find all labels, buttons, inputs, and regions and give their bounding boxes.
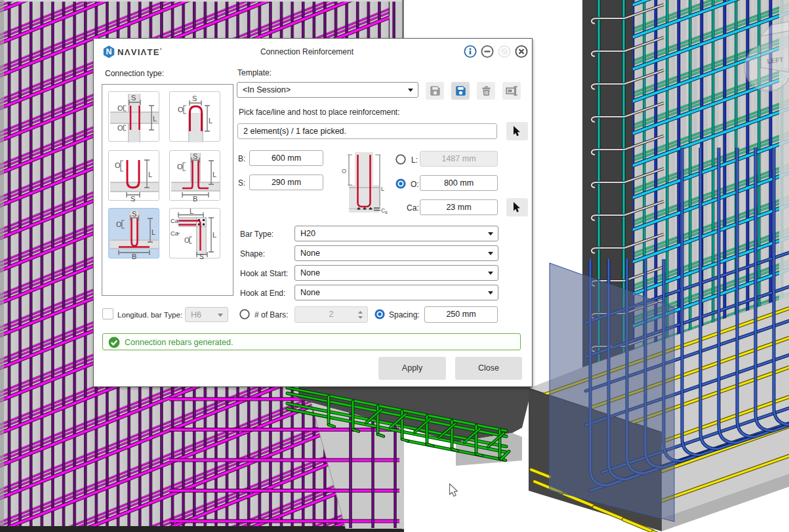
svg-text:S: S (199, 253, 204, 259)
svg-text:a: a (385, 210, 388, 215)
svg-text:L: L (209, 117, 212, 125)
svg-text:L: L (153, 115, 157, 123)
svg-text:L: L (381, 186, 384, 192)
svg-text:S: S (132, 210, 136, 218)
svg-text:O: O (117, 104, 123, 112)
svg-text:S: S (131, 94, 136, 102)
svg-text:L: L (152, 228, 155, 236)
svg-text:O: O (115, 161, 121, 169)
svg-text:L: L (212, 171, 216, 178)
svg-text:O: O (117, 124, 123, 132)
svg-text:B: B (132, 253, 136, 259)
svg-text:O: O (177, 163, 183, 171)
svg-text:O: O (178, 106, 184, 113)
svg-text:S: S (193, 152, 197, 160)
svg-text:B: B (193, 195, 197, 201)
svg-text:L: L (148, 171, 152, 178)
svg-text:S: S (131, 195, 135, 201)
svg-text:O: O (342, 168, 346, 174)
svg-text:S: S (192, 94, 197, 102)
svg-text:O: O (116, 220, 122, 228)
svg-text:N: N (106, 47, 111, 56)
svg-text:L: L (190, 209, 193, 215)
svg-text:L: L (212, 231, 216, 239)
svg-text:O: O (184, 237, 190, 244)
